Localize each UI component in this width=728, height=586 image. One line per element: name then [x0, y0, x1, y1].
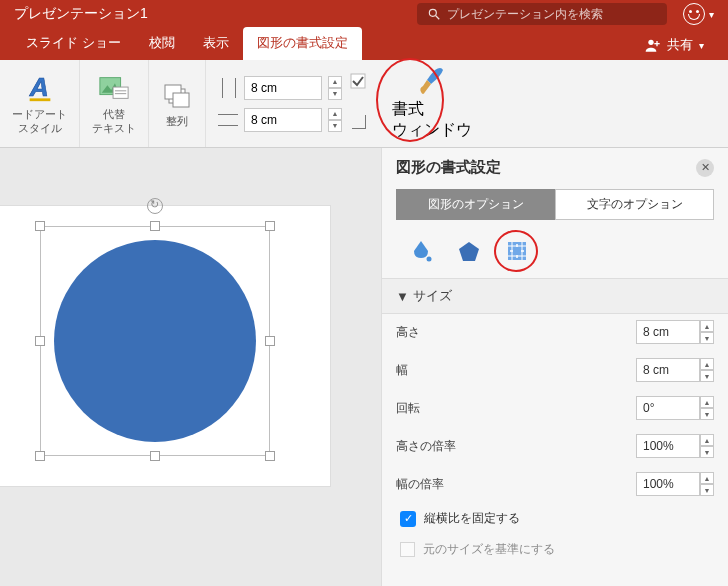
pane-title: 図形の書式設定 [396, 158, 501, 177]
seg-text-options[interactable]: 文字のオプション [555, 189, 714, 220]
share-person-icon [645, 37, 661, 53]
resize-handle-sw[interactable] [35, 451, 45, 461]
feedback-smiley-icon[interactable] [683, 3, 705, 25]
tab-shape-format[interactable]: 図形の書式設定 [243, 27, 362, 60]
size-section-label: サイズ [413, 287, 452, 305]
lock-aspect-check-icon[interactable] [350, 73, 366, 89]
ribbon: A ードアート スタイル 代替 テキスト 整列 8 cm ▲▼ 8 cm ▲▼ [0, 60, 728, 148]
resize-handle-ne[interactable] [265, 221, 275, 231]
resize-handle-se[interactable] [265, 451, 275, 461]
seg-shape-options[interactable]: 図形のオプション [396, 189, 555, 220]
svg-point-16 [427, 257, 432, 262]
svg-rect-14 [173, 93, 189, 107]
search-box[interactable] [417, 3, 667, 25]
arrange-icon [161, 79, 193, 111]
scale-width-label: 幅の倍率 [396, 476, 546, 493]
chevron-down-icon: ▾ [709, 9, 714, 20]
resize-handle-e[interactable] [265, 336, 275, 346]
relative-original-label: 元のサイズを基準にする [423, 541, 555, 558]
wordart-a-icon: A [24, 72, 56, 104]
option-segment: 図形のオプション 文字のオプション [396, 189, 714, 220]
lock-aspect-checkbox[interactable]: ✓ [400, 511, 416, 527]
svg-rect-9 [113, 87, 128, 98]
search-icon [427, 7, 441, 21]
title-bar: プレゼンテーション1 ▾ [0, 0, 728, 28]
ribbon-height-input[interactable]: 8 cm [244, 76, 322, 100]
width-input[interactable]: 8 cm [636, 358, 700, 382]
slide-canvas[interactable] [0, 148, 382, 586]
scale-h-stepper[interactable]: ▲▼ [700, 434, 714, 458]
svg-point-2 [648, 40, 653, 45]
disclosure-triangle-icon: ▼ [396, 289, 409, 304]
alt-text-icon [98, 72, 130, 104]
ribbon-width-input[interactable]: 8 cm [244, 108, 322, 132]
document-title: プレゼンテーション1 [14, 5, 148, 23]
scale-w-stepper[interactable]: ▲▼ [700, 472, 714, 496]
wordart-label: ードアート スタイル [12, 108, 67, 134]
scale-width-input[interactable]: 100% [636, 472, 700, 496]
rotation-stepper[interactable]: ▲▼ [700, 396, 714, 420]
oval-shape[interactable] [54, 240, 256, 442]
arrange-label: 整列 [166, 115, 188, 128]
relative-original-checkbox [400, 542, 415, 557]
resize-handle-w[interactable] [35, 336, 45, 346]
format-brush-icon [416, 67, 448, 99]
slide[interactable] [0, 206, 330, 486]
alt-text-label: 代替 テキスト [92, 108, 136, 134]
tab-view[interactable]: 表示 [189, 27, 243, 60]
rotation-input[interactable]: 0° [636, 396, 700, 420]
svg-rect-6 [29, 99, 50, 102]
search-input[interactable] [447, 7, 647, 21]
size-properties-icon[interactable] [504, 238, 530, 264]
effects-icon[interactable] [456, 238, 482, 264]
fill-line-icon[interactable] [408, 238, 434, 264]
dialog-launcher-icon[interactable] [352, 115, 366, 129]
size-section-header[interactable]: ▼ サイズ [382, 278, 728, 314]
svg-text:A: A [28, 73, 48, 103]
arrange-button[interactable]: 整列 [149, 60, 206, 147]
format-pane-button[interactable]: 書式 ウィンドウ [378, 60, 486, 147]
rotation-label: 回転 [396, 400, 546, 417]
format-pane: 図形の書式設定 ✕ 図形のオプション 文字のオプション ▼ サイズ [382, 148, 728, 586]
height-pane-stepper[interactable]: ▲▼ [700, 320, 714, 344]
width-icon [218, 114, 238, 126]
svg-line-1 [436, 16, 440, 20]
height-label: 高さ [396, 324, 546, 341]
alt-text-button[interactable]: 代替 テキスト [80, 60, 149, 147]
svg-marker-17 [459, 242, 479, 261]
wordart-styles-button[interactable]: A ードアート スタイル [0, 60, 80, 147]
resize-handle-nw[interactable] [35, 221, 45, 231]
lock-aspect-label: 縦横比を固定する [424, 510, 520, 527]
chevron-down-icon: ▾ [699, 40, 704, 51]
height-stepper[interactable]: ▲▼ [328, 76, 342, 100]
share-button[interactable]: 共有 ▾ [633, 30, 716, 60]
width-pane-stepper[interactable]: ▲▼ [700, 358, 714, 382]
rotation-handle[interactable] [147, 198, 163, 214]
selected-shape[interactable] [40, 226, 270, 456]
width-stepper[interactable]: ▲▼ [328, 108, 342, 132]
category-icons [382, 230, 728, 278]
close-pane-button[interactable]: ✕ [696, 159, 714, 177]
svg-point-0 [429, 9, 436, 16]
resize-handle-s[interactable] [150, 451, 160, 461]
ribbon-tabs: スライド ショー 校閲 表示 図形の書式設定 共有 ▾ [0, 28, 728, 60]
resize-handle-n[interactable] [150, 221, 160, 231]
format-pane-label: 書式 ウィンドウ [392, 99, 472, 141]
scale-height-label: 高さの倍率 [396, 438, 546, 455]
height-icon [218, 82, 238, 94]
tab-slideshow[interactable]: スライド ショー [12, 27, 135, 60]
size-controls: 8 cm ▲▼ 8 cm ▲▼ [206, 60, 378, 147]
height-input[interactable]: 8 cm [636, 320, 700, 344]
width-label: 幅 [396, 362, 546, 379]
scale-height-input[interactable]: 100% [636, 434, 700, 458]
share-label: 共有 [667, 36, 693, 54]
tab-review[interactable]: 校閲 [135, 27, 189, 60]
